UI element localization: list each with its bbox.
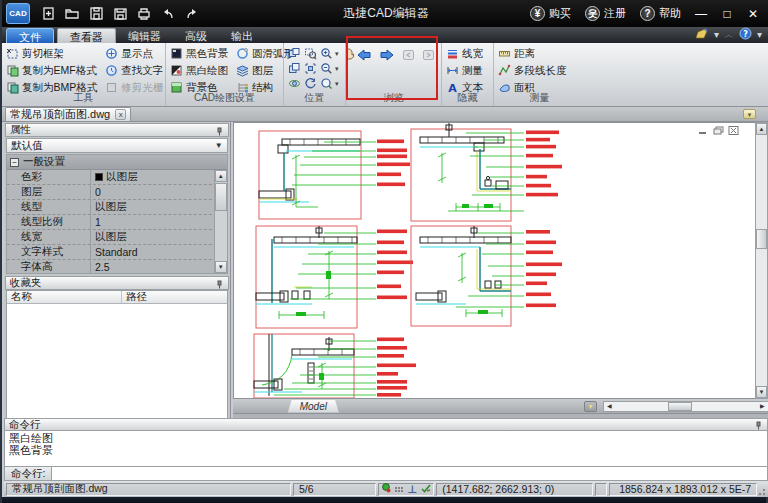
find-text-button[interactable]: 查找文字 (105, 63, 163, 78)
help-dropdown-icon[interactable]: ▾ (757, 29, 762, 40)
favorites-col-path[interactable]: 路径 (122, 291, 151, 303)
property-row[interactable]: 线型 以图层 (7, 200, 227, 215)
pin-icon[interactable] (215, 126, 224, 135)
command-history[interactable]: 黑白绘图 黑色背景 (4, 431, 768, 467)
buy-button[interactable]: ¥ 购买 (525, 6, 576, 21)
document-tab-label: 常规吊顶剖面图.dwg (10, 107, 110, 122)
last-page-icon[interactable] (422, 49, 435, 61)
cad-drawing (234, 123, 755, 398)
find-text-icon (105, 64, 118, 77)
snap-marker-icon[interactable] (381, 483, 391, 495)
favorites-col-name[interactable]: 名称 (7, 291, 122, 303)
pen-dropdown-icon[interactable]: ▾ (714, 29, 719, 40)
undo-icon[interactable] (156, 4, 180, 24)
document-tab-close-icon[interactable]: x (115, 109, 126, 120)
property-row[interactable]: 线宽 以图层 (7, 230, 227, 245)
favorites-list[interactable] (6, 304, 228, 424)
preset-dropdown[interactable]: 默认值 ▼ (6, 138, 228, 153)
distance-button[interactable]: 距离 (498, 46, 581, 61)
zoom-all-dropdown-icon[interactable]: ▾ (335, 80, 339, 88)
prev-page-icon[interactable] (356, 49, 372, 61)
status-filename: 常规吊顶剖面图.dwg (6, 483, 291, 496)
cascade-windows-icon[interactable] (288, 62, 301, 75)
help-button[interactable]: ? 帮助 (635, 6, 686, 21)
zoom-in-icon[interactable] (320, 47, 333, 60)
hide-lineweight-button[interactable]: 线宽 (446, 46, 489, 61)
grid-toggle-icon[interactable] (395, 487, 403, 492)
save-as-icon[interactable] (108, 4, 132, 24)
viewport-icon[interactable] (288, 47, 301, 60)
scroll-down-icon[interactable]: ▼ (756, 386, 767, 398)
resize-grip[interactable] (758, 483, 768, 496)
pen-style-icon[interactable] (694, 28, 709, 42)
property-row[interactable]: 图层 0 (7, 185, 227, 200)
horizontal-scrollbar[interactable]: ◀ ▶ (603, 401, 768, 412)
redo-icon[interactable] (180, 4, 204, 24)
bw-draw-button[interactable]: 黑白绘图 (170, 63, 228, 78)
question-icon: ? (640, 6, 655, 21)
property-row[interactable]: 线型比例 1 (7, 215, 227, 230)
scrollbar-thumb[interactable] (756, 229, 767, 249)
zoom-extents-icon[interactable] (304, 62, 317, 75)
scroll-up-icon[interactable]: ▲ (215, 170, 227, 182)
cut-frame-icon (6, 47, 19, 60)
print-icon[interactable] (132, 4, 156, 24)
scrollbar-thumb[interactable] (668, 402, 692, 411)
zoom-all-icon[interactable] (320, 77, 333, 90)
property-grid-scrollbar[interactable]: ▲ ▼ (214, 170, 227, 273)
color-swatch (95, 173, 103, 181)
property-row[interactable]: 字体高 2.5 (7, 260, 227, 274)
ortho-toggle-icon[interactable]: ⊥ (407, 483, 417, 495)
collapse-icon[interactable]: − (10, 158, 19, 167)
next-page-icon[interactable] (379, 49, 395, 61)
polyline-length-button[interactable]: 多段线长度 (498, 63, 581, 78)
open-file-icon[interactable] (60, 4, 84, 24)
vertical-scrollbar[interactable]: ▲ ▼ (755, 122, 768, 399)
close-button[interactable]: ✕ (742, 5, 764, 23)
hide-measure-button[interactable]: 测量 (446, 63, 489, 78)
scrollbar-thumb[interactable] (215, 183, 227, 211)
tab-list-chevron-icon[interactable]: ▾ (743, 109, 756, 119)
layout-chevron-icon[interactable]: ▼ (584, 401, 597, 412)
scroll-right-icon[interactable]: ▶ (757, 402, 768, 411)
show-points-button[interactable]: 显示点 (105, 46, 163, 61)
zoom-in-dropdown-icon[interactable]: ▾ (335, 50, 339, 58)
cut-frame-button[interactable]: 剪切框架 (6, 46, 97, 61)
mdi-minimize-icon[interactable] (698, 126, 709, 135)
drawing-viewport[interactable] (233, 122, 756, 399)
zoom-out-icon[interactable] (320, 62, 333, 75)
pin-icon[interactable] (754, 420, 763, 429)
document-tab[interactable]: 常规吊顶剖面图.dwg x (5, 107, 131, 121)
black-bg-button[interactable]: 黑色背景 (170, 46, 228, 61)
model-tab[interactable]: Model (288, 400, 339, 413)
pin-icon[interactable] (215, 279, 224, 288)
zoom-out-dropdown-icon[interactable]: ▾ (335, 65, 339, 73)
minimize-button[interactable]: — (690, 5, 712, 23)
collapse-ribbon-icon[interactable]: ︿ (724, 28, 734, 42)
property-row[interactable]: 文字样式 Standard (7, 245, 227, 260)
property-group-row[interactable]: − 一般设置 (7, 155, 227, 170)
register-button[interactable]: 웃 注册 (580, 6, 631, 21)
tab-advanced[interactable]: 高级 (173, 28, 219, 43)
property-row[interactable]: 色彩 以图层 (7, 170, 227, 185)
new-file-icon[interactable] (36, 4, 60, 24)
maximize-button[interactable]: □ (716, 5, 738, 23)
tab-output[interactable]: 输出 (219, 28, 265, 43)
scroll-down-icon[interactable]: ▼ (215, 261, 227, 273)
ribbon-help-icon[interactable]: ? (739, 27, 752, 42)
scroll-left-icon[interactable]: ◀ (604, 402, 615, 411)
tab-file[interactable]: 文件 (6, 28, 54, 43)
zoom-window-icon[interactable] (304, 47, 317, 60)
copy-emf-button[interactable]: 复制为EMF格式 (6, 63, 97, 78)
rotate-3d-icon[interactable] (288, 77, 301, 90)
first-page-icon[interactable] (402, 49, 415, 61)
command-input[interactable] (52, 467, 768, 481)
regen-icon[interactable] (304, 77, 317, 90)
save-icon[interactable] (84, 4, 108, 24)
mdi-close-icon[interactable] (728, 126, 739, 135)
draft-toggle-icon[interactable] (421, 483, 431, 495)
scroll-up-icon[interactable]: ▲ (756, 123, 767, 135)
tab-editor[interactable]: 编辑器 (116, 28, 173, 43)
tab-viewer[interactable]: 查看器 (57, 28, 116, 43)
mdi-restore-icon[interactable] (713, 126, 724, 135)
